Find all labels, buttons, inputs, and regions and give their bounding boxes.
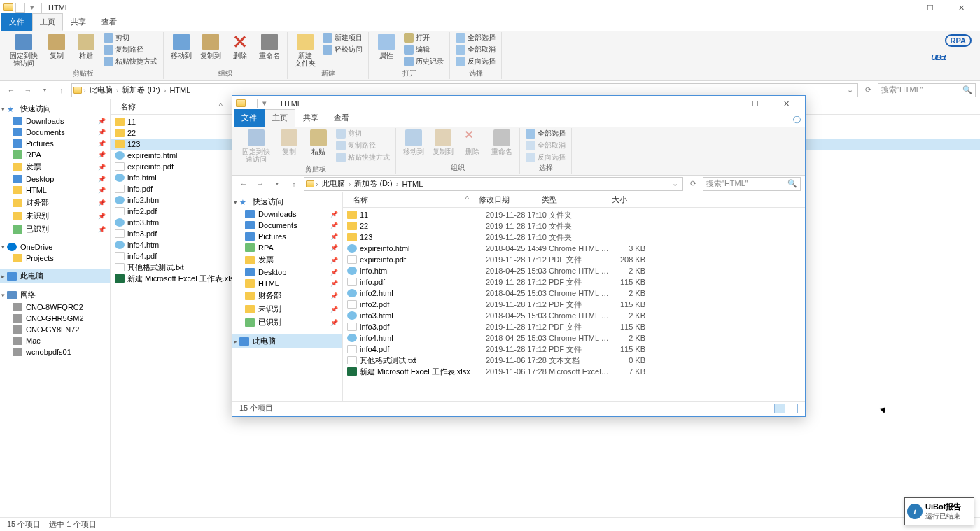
sidebar-onedrive[interactable]: ▾OneDrive xyxy=(0,241,110,253)
file-row[interactable]: 222019-11-28 17:10文件夹 xyxy=(343,220,805,232)
sidebar-item[interactable]: 财务部📌 xyxy=(232,289,342,302)
breadcrumb-segment[interactable]: 新加卷 (D:) xyxy=(352,178,394,189)
sidebar-item[interactable]: CNO-GY8LN72 xyxy=(0,324,110,335)
invert-button[interactable]: 反向选择 xyxy=(454,56,497,67)
delete-button[interactable]: 删除 xyxy=(227,32,253,61)
dropdown-icon[interactable]: ⌄ xyxy=(844,85,856,94)
search-input[interactable]: 搜索"HTML"🔍 xyxy=(703,177,801,191)
sidebar-item[interactable]: 已识别📌 xyxy=(232,316,342,329)
qat-item[interactable] xyxy=(248,99,258,108)
breadcrumb-segment[interactable]: HTML xyxy=(400,180,425,188)
qat-item[interactable] xyxy=(15,3,25,13)
sidebar-item[interactable]: Pictures📌 xyxy=(232,231,342,242)
uibot-notification[interactable]: i UiBot报告 运行已结束 xyxy=(904,497,974,525)
minimize-button[interactable]: ─ xyxy=(708,97,739,111)
file-row[interactable]: info4.pdf2019-11-28 17:12PDF 文件115 KB xyxy=(343,344,805,355)
sidebar-item[interactable]: Pictures📌 xyxy=(0,138,110,149)
file-row[interactable]: 112019-11-28 17:10文件夹 xyxy=(343,209,805,220)
breadcrumb-segment[interactable]: HTML xyxy=(167,86,192,94)
tab-home[interactable]: 主页 xyxy=(265,109,295,127)
refresh-button[interactable]: ⟳ xyxy=(861,83,875,97)
sidebar-item[interactable]: HTML📌 xyxy=(232,278,342,289)
forward-button[interactable]: → xyxy=(21,83,35,97)
refresh-button[interactable]: ⟳ xyxy=(686,177,700,191)
newitem-button[interactable]: 新建项目 xyxy=(321,32,364,43)
file-row[interactable]: info3.pdf2019-11-28 17:12PDF 文件115 KB xyxy=(343,321,805,332)
tab-file[interactable]: 文件 xyxy=(1,13,32,31)
properties-button[interactable]: 属性 xyxy=(373,32,400,61)
sidebar-item[interactable]: HTML📌 xyxy=(0,185,110,196)
sidebar-item[interactable]: Downloads📌 xyxy=(0,115,110,127)
sidebar-item[interactable]: 已识别📌 xyxy=(0,222,110,236)
sidebar-item[interactable]: wcnobpdfs01 xyxy=(0,346,110,357)
close-button[interactable]: ✕ xyxy=(946,1,977,15)
tab-view[interactable]: 查看 xyxy=(94,13,125,31)
sidebar-item[interactable]: 未识别📌 xyxy=(232,302,342,316)
sidebar-item[interactable]: 发票📌 xyxy=(0,160,110,174)
file-row[interactable]: info.pdf2019-11-28 17:12PDF 文件115 KB xyxy=(343,276,805,288)
file-row[interactable]: info4.html2018-04-25 15:03Chrome HTML D.… xyxy=(343,332,805,344)
dropdown-icon[interactable]: ⌄ xyxy=(669,179,681,188)
breadcrumb[interactable]: › 此电脑› 新加卷 (D:)› HTML ⌄ xyxy=(304,177,683,191)
file-row[interactable]: expireinfo.html2018-04-25 14:49Chrome HT… xyxy=(343,243,805,254)
file-row[interactable]: info.html2018-04-25 15:03Chrome HTML D..… xyxy=(343,265,805,276)
up-button[interactable]: ↑ xyxy=(55,83,69,97)
help-icon[interactable]: ⓘ xyxy=(789,113,805,127)
copy-button[interactable]: 复制 xyxy=(43,32,70,61)
sidebar-network[interactable]: ▾网络 xyxy=(0,288,110,302)
file-row[interactable]: info2.html2018-04-25 15:03Chrome HTML D.… xyxy=(343,288,805,299)
sidebar-item[interactable]: 未识别📌 xyxy=(0,209,110,222)
sidebar-item[interactable]: CNO-GHR5GM2 xyxy=(0,313,110,324)
easyaccess-button[interactable]: 轻松访问 xyxy=(321,44,364,55)
paste-button[interactable]: 粘贴 xyxy=(73,32,99,61)
tab-view[interactable]: 查看 xyxy=(326,109,357,127)
selectall-button[interactable]: 全部选择 xyxy=(454,32,497,43)
copypath-button[interactable]: 复制路径 xyxy=(102,44,159,55)
sidebar-item[interactable]: Desktop📌 xyxy=(0,174,110,185)
column-header[interactable]: 名称^ 修改日期 类型 大小 xyxy=(343,192,805,208)
back-button[interactable]: ← xyxy=(4,83,18,97)
selectnone-button[interactable]: 全部取消 xyxy=(454,44,497,55)
up-button[interactable]: ↑ xyxy=(287,177,301,191)
view-toggle[interactable] xyxy=(774,404,798,413)
tab-home[interactable]: 主页 xyxy=(32,13,63,31)
newfolder-button[interactable]: 新建 文件夹 xyxy=(292,32,318,69)
forward-button[interactable]: → xyxy=(253,177,267,191)
tab-share[interactable]: 共享 xyxy=(63,13,94,31)
sidebar-item[interactable]: 财务部📌 xyxy=(0,196,110,209)
sidebar-this-pc[interactable]: ▸此电脑 xyxy=(0,269,110,283)
sidebar-quick-access[interactable]: ▾★快速访问 xyxy=(232,195,342,208)
sidebar-item[interactable]: CNO-8WFQRC2 xyxy=(0,302,110,313)
file-row[interactable]: info3.html2018-04-25 15:03Chrome HTML D.… xyxy=(343,310,805,321)
maximize-button[interactable]: ☐ xyxy=(914,1,946,15)
sidebar-item[interactable]: RPA📌 xyxy=(232,242,342,253)
file-row[interactable]: expireinfo.pdf2019-11-28 17:12PDF 文件208 … xyxy=(343,254,805,265)
sidebar-item[interactable]: Desktop📌 xyxy=(232,267,342,278)
qat-item[interactable]: ▾ xyxy=(259,98,270,109)
sidebar-item[interactable]: Documents📌 xyxy=(0,127,110,138)
paste-button[interactable]: 粘贴 xyxy=(305,128,332,157)
sidebar-item[interactable]: Documents📌 xyxy=(232,220,342,231)
sidebar-item[interactable]: 发票📌 xyxy=(232,253,342,267)
search-input[interactable]: 搜索"HTML"🔍 xyxy=(878,83,976,97)
sidebar-item[interactable]: Downloads📌 xyxy=(232,208,342,220)
file-row[interactable]: info2.pdf2019-11-28 17:12PDF 文件115 KB xyxy=(343,299,805,310)
edit-button[interactable]: 编辑 xyxy=(402,44,445,55)
maximize-button[interactable]: ☐ xyxy=(739,97,771,111)
tab-file[interactable]: 文件 xyxy=(234,109,265,127)
close-button[interactable]: ✕ xyxy=(771,97,802,111)
history-button[interactable]: 历史记录 xyxy=(402,56,445,67)
back-button[interactable]: ← xyxy=(237,177,251,191)
tab-share[interactable]: 共享 xyxy=(295,109,326,127)
pin-button[interactable]: 固定到快 速访问 xyxy=(7,32,41,69)
file-row[interactable]: 其他格式测试.txt2019-11-06 17:28文本文档0 KB xyxy=(343,355,805,366)
copyto-button[interactable]: 复制到 xyxy=(197,32,224,61)
sidebar-this-pc[interactable]: ▸此电脑 xyxy=(232,334,342,348)
sidebar-item[interactable]: Projects xyxy=(0,253,110,264)
recent-button[interactable]: ▾ xyxy=(38,83,52,97)
moveto-button[interactable]: 移动到 xyxy=(168,32,195,61)
sidebar-item[interactable]: RPA📌 xyxy=(0,149,110,160)
file-row[interactable]: 1232019-11-28 17:10文件夹 xyxy=(343,232,805,243)
sidebar-item[interactable]: Mac xyxy=(0,335,110,346)
cut-button[interactable]: 剪切 xyxy=(102,32,159,43)
